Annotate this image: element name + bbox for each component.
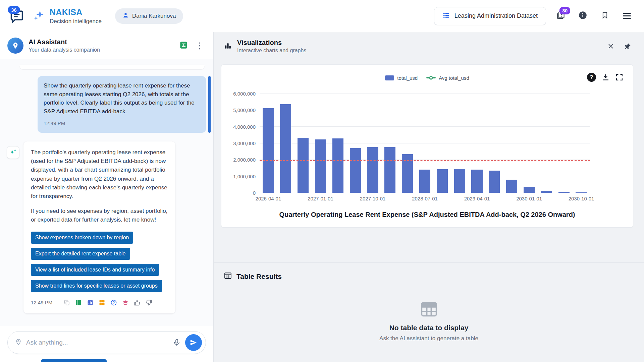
legend-item-total[interactable]: total_usd (385, 75, 418, 81)
brand-name: NAKISA (50, 7, 102, 17)
bookmark-icon (601, 11, 609, 20)
x-axis-label: 2030-10-01 (569, 196, 594, 201)
empty-state-title: No table data to display (389, 324, 469, 332)
message-toolbar: 12:49 PM (31, 299, 168, 306)
chart-bar[interactable] (332, 138, 343, 193)
chart-bar[interactable] (263, 108, 274, 193)
chart-bar[interactable] (280, 104, 291, 193)
help-icon[interactable]: ? (110, 299, 117, 306)
learn-icon[interactable] (122, 299, 129, 306)
ai-avatar (7, 38, 23, 54)
library-button[interactable]: 80 (553, 8, 568, 24)
user-message-time: 12:49 PM (44, 120, 200, 127)
close-icon[interactable] (607, 42, 615, 50)
x-axis-label: 2029-04-01 (464, 196, 490, 201)
suggested-actions: Show expenses broken down by regionExpor… (31, 232, 168, 292)
chart-y-axis: 01,000,0002,000,0003,000,0004,000,0005,0… (231, 94, 260, 193)
y-axis-label: 3,000,000 (233, 140, 256, 146)
chart-bar[interactable] (402, 154, 413, 193)
thumbs-up-icon[interactable] (134, 299, 141, 306)
bookmark-button[interactable] (597, 8, 612, 24)
download-icon[interactable] (601, 73, 610, 81)
chart-help-icon[interactable]: ? (587, 73, 596, 82)
assistant-message-time: 12:49 PM (31, 299, 52, 306)
chart-bar[interactable] (437, 169, 448, 193)
dataset-button[interactable]: Leasing Administration Dataset (434, 7, 546, 25)
chart-bar[interactable] (489, 171, 500, 193)
chart-bar[interactable] (298, 138, 309, 193)
y-axis-label: 6,000,000 (233, 91, 256, 97)
copy-icon[interactable] (63, 299, 70, 306)
chat-scrollbar-thumb[interactable] (208, 76, 211, 133)
microphone-icon[interactable] (173, 339, 181, 347)
x-axis-label: 2028-07-01 (412, 196, 438, 201)
chart-bar[interactable] (454, 169, 465, 193)
chart-bar[interactable] (471, 170, 482, 193)
chart-card: total_usd Avg total_usd ? (221, 64, 633, 228)
send-button[interactable] (185, 334, 202, 351)
app-header: 36 NAKISA Decision intelligence Dariia K… (0, 0, 644, 32)
menu-button[interactable] (619, 8, 635, 24)
visualizations-title: Visualizations (237, 39, 306, 47)
spreadsheet-icon[interactable] (179, 41, 188, 51)
user-message: Show the quarterly operating lease rent … (38, 76, 206, 133)
hamburger-icon (623, 13, 631, 19)
chart-bar[interactable] (315, 139, 326, 193)
more-options-icon[interactable]: ⋮ (193, 41, 206, 50)
x-axis-label: 2027-01-01 (308, 196, 333, 201)
x-axis-label: 2026-04-01 (256, 196, 281, 201)
visualizations-panel: Visualizations Interactive charts and gr… (214, 32, 644, 362)
table-empty-state: No table data to display Ask the AI assi… (214, 281, 644, 362)
notification-badge: 36 (8, 6, 20, 14)
thumbs-down-icon[interactable] (146, 299, 152, 306)
suggested-action-button[interactable]: View a list of included lease IDs and su… (31, 264, 159, 276)
chart-bar[interactable] (506, 180, 517, 193)
app-logo[interactable]: 36 (9, 7, 28, 25)
chart-bar[interactable] (419, 170, 430, 193)
visualizations-subtitle: Interactive charts and graphs (237, 48, 306, 54)
chat-message-list: Show the quarterly operating lease rent … (0, 59, 213, 326)
gridline (260, 143, 590, 143)
gridline (260, 94, 590, 94)
y-axis-label: 0 (253, 190, 256, 196)
chart-bar[interactable] (350, 148, 361, 193)
bar-chart-view-icon[interactable] (87, 299, 94, 306)
table-results-icon (224, 272, 232, 281)
legend-total-label: total_usd (397, 75, 418, 81)
chart-bar[interactable] (524, 187, 535, 193)
dataset-list-icon (442, 11, 450, 21)
sparkle-icon (33, 9, 45, 23)
partial-suggestion-chip (41, 359, 107, 362)
chat-input[interactable]: Ask anything... (7, 331, 206, 354)
brand-block: NAKISA Decision intelligence (50, 7, 102, 25)
chart-bar[interactable] (558, 192, 570, 193)
table-results-title: Table Results (236, 273, 282, 281)
fullscreen-icon[interactable] (615, 73, 624, 81)
chart-bar[interactable] (384, 147, 395, 193)
suggested-action-button[interactable]: Show expenses broken down by region (31, 232, 133, 244)
y-axis-label: 5,000,000 (233, 107, 256, 113)
table-view-icon[interactable] (75, 299, 82, 306)
chart-bar[interactable] (367, 147, 378, 193)
chart-plot (260, 94, 590, 193)
y-axis-label: 4,000,000 (233, 124, 256, 129)
legend-avg-label: Avg total_usd (439, 75, 469, 81)
dashboard-icon[interactable] (99, 299, 105, 306)
legend-bar-swatch (385, 75, 394, 80)
y-axis-label: 1,000,000 (233, 173, 256, 179)
info-button[interactable] (575, 8, 590, 24)
suggested-action-button[interactable]: Show trend lines for specific leases or … (31, 280, 162, 292)
legend-item-average[interactable]: Avg total_usd (426, 75, 469, 81)
pin-icon[interactable] (624, 43, 631, 50)
gridline (260, 126, 590, 127)
chart-bar[interactable] (541, 191, 552, 193)
suggested-action-button[interactable]: Export the detailed rent expense table (31, 248, 130, 260)
chat-input-placeholder: Ask anything... (26, 339, 168, 346)
chart-plot-area: 01,000,0002,000,0003,000,0004,000,0005,0… (231, 94, 590, 193)
user-message-text: Show the quarterly operating lease rent … (44, 81, 200, 116)
assistant-subtitle: Your data analysis companion (29, 47, 100, 53)
chart-bar[interactable] (576, 192, 587, 193)
empty-state-subtitle: Ask the AI assistant to generate a table (379, 335, 478, 342)
x-axis-label: 2030-01-01 (516, 196, 542, 201)
user-pill[interactable]: Dariia Karkunova (115, 8, 183, 24)
